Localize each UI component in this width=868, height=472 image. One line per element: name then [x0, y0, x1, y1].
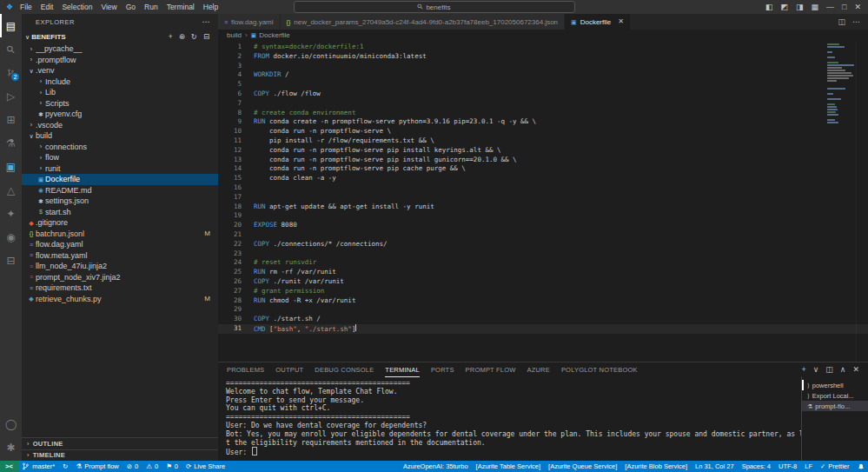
code-line[interactable]: 28RUN chmod -R +x /var/runit [218, 296, 868, 306]
code-line[interactable]: 27# grant permission [218, 287, 868, 296]
new-file-icon[interactable]: + [169, 33, 173, 41]
line-number[interactable]: 16 [218, 183, 242, 193]
code-line[interactable]: 9RUN conda create -n promptflow-serve py… [218, 117, 868, 127]
maximize-panel-icon[interactable]: ∧ [840, 366, 846, 374]
tree-item-build[interactable]: ∨build [22, 130, 218, 142]
close-tab-icon[interactable]: ✕ [618, 18, 624, 25]
line-number[interactable]: 30 [218, 315, 242, 324]
split-editor-icon[interactable]: ◫ [838, 18, 845, 26]
status-live-share[interactable]: ⟳Live Share [182, 461, 229, 472]
status-warnings[interactable]: ⚠0 [142, 461, 162, 472]
new-folder-icon[interactable]: ⊕ [179, 33, 185, 41]
editor-scrollbar[interactable] [856, 41, 868, 362]
line-number[interactable]: 15 [218, 174, 242, 183]
line-number[interactable]: 31 [218, 324, 242, 334]
split-terminal-icon[interactable]: ◫ [825, 366, 833, 374]
activitybar-prompt-flow[interactable]: ✦ [0, 202, 22, 225]
tree-item-pycache[interactable]: ›__pycache__ [22, 43, 218, 55]
status-eol[interactable]: LF [801, 461, 817, 472]
code-line[interactable]: 30COPY ./start.sh / [218, 315, 868, 324]
line-number[interactable]: 8 [218, 109, 242, 118]
code-line[interactable]: 17 [218, 193, 868, 203]
status-errors[interactable]: ⊘0 [123, 461, 142, 472]
line-number[interactable]: 10 [218, 127, 242, 136]
activitybar-settings[interactable]: ✱ [0, 435, 22, 459]
code-line[interactable]: 19 [218, 211, 868, 221]
toggle-secondary-sidebar-icon[interactable]: ◨ [796, 3, 804, 11]
status-azure-openai[interactable]: AzureOpenAI: 35turbo [399, 461, 472, 472]
code-line[interactable]: 22COPY ./connections/* /connections/ [218, 240, 868, 249]
panel-tab-terminal[interactable]: TERMINAL [385, 362, 420, 377]
status-azurite-queue-service[interactable]: [Azurite Queue Service] [545, 461, 621, 472]
code-line[interactable]: 14 conda run -n promptflow-serve pip cac… [218, 164, 868, 174]
refresh-icon[interactable]: ↻ [191, 33, 197, 41]
tree-item-flow-dag-yaml[interactable]: ≡flow.dag.yaml [22, 239, 218, 250]
line-number[interactable]: 23 [218, 249, 242, 259]
sidebar-section-outline[interactable]: ›OUTLINE [22, 437, 218, 449]
code-line[interactable]: 26COPY ./runit /var/runit [218, 277, 868, 287]
activitybar-run-and-debug[interactable]: ▷ [0, 84, 22, 108]
line-number[interactable]: 3 [218, 62, 242, 71]
tree-item-runit[interactable]: ›runit [22, 163, 218, 175]
code-line[interactable]: 5 [218, 80, 868, 90]
more-actions-icon[interactable]: ⋯ [852, 18, 860, 26]
code-line[interactable]: 13 conda run -n promptflow-serve pip ins… [218, 156, 868, 165]
code-line[interactable]: 3 [218, 62, 868, 71]
code-editor[interactable]: 1# syntax=docker/dockerfile:12FROM docke… [218, 41, 868, 362]
code-line[interactable]: 2FROM docker.io/continuumio/miniconda3:l… [218, 52, 868, 62]
tab-dockerfile[interactable]: ▣Dockerfile✕ [565, 14, 631, 30]
terminal-output[interactable]: ========================================… [218, 376, 801, 461]
status-azurite-blob-service[interactable]: [Azurite Blob Service] [621, 461, 692, 472]
tree-item-connections[interactable]: ›connections [22, 142, 218, 153]
code-line[interactable]: 10 conda run -n promptflow-serve \ [218, 127, 868, 136]
activitybar-search[interactable]: ⚲ [0, 37, 22, 61]
line-number[interactable]: 12 [218, 146, 242, 156]
tree-item-scripts[interactable]: ›Scripts [22, 98, 218, 110]
tree-item-llm-node-47iu-jinja2[interactable]: ≡llm_node_47iu.jinja2 [22, 261, 218, 272]
status-ports[interactable]: ⚑0 [162, 461, 182, 472]
status-notifications[interactable] [853, 461, 868, 472]
tree-item-start-sh[interactable]: $start.sh [22, 207, 218, 218]
panel-tab-problems[interactable]: PROBLEMS [227, 362, 264, 377]
line-number[interactable]: 14 [218, 164, 242, 174]
panel-tab-prompt-flow[interactable]: PROMPT FLOW [466, 362, 516, 377]
activitybar-testing[interactable]: ⚗ [0, 131, 22, 155]
status-sync[interactable]: ↻ [59, 461, 72, 472]
close-icon[interactable]: ✕ [854, 3, 861, 11]
maximize-icon[interactable]: □ [842, 3, 846, 11]
line-number[interactable]: 29 [218, 305, 242, 315]
tree-item-pyvenv-cfg[interactable]: ✱pyvenv.cfg [22, 109, 218, 120]
line-number[interactable]: 1 [218, 43, 242, 52]
line-number[interactable]: 27 [218, 287, 242, 296]
line-number[interactable]: 19 [218, 211, 242, 221]
minimize-icon[interactable]: — [826, 3, 834, 11]
line-number[interactable]: 18 [218, 203, 242, 212]
code-line[interactable]: 23 [218, 249, 868, 259]
toggle-panel-icon[interactable]: ◩ [780, 3, 788, 11]
tree-item-flow-meta-yaml[interactable]: ≡flow.meta.yaml [22, 250, 218, 262]
tab-flow-dag-yaml[interactable]: ≡flow.dag.yaml [218, 14, 281, 30]
line-number[interactable]: 22 [218, 240, 242, 249]
line-number[interactable]: 20 [218, 221, 242, 230]
customize-layout-icon[interactable]: ▦ [812, 3, 819, 11]
menu-help[interactable]: Help [199, 3, 222, 11]
tree-item-settings-json[interactable]: ✱settings.json [22, 196, 218, 207]
code-line[interactable]: 11 pip install -r /flow/requirements.txt… [218, 136, 868, 146]
tree-item-venv[interactable]: ∨.venv [22, 65, 218, 76]
terminal-dropdown-icon[interactable]: ∨ [813, 366, 819, 374]
menu-file[interactable]: File [16, 3, 36, 11]
tree-item-flow[interactable]: ›flow [22, 152, 218, 163]
panel-tab-ports[interactable]: PORTS [431, 362, 454, 377]
minimap[interactable] [827, 43, 856, 124]
line-number[interactable]: 2 [218, 52, 242, 62]
sidebar-section-timeline[interactable]: ›TIMELINE [22, 449, 218, 462]
panel-tab-azure[interactable]: AZURE [527, 362, 550, 377]
activitybar-remote-explorer[interactable]: ⊟ [0, 249, 22, 272]
tree-item-gitignore[interactable]: ◆.gitignore [22, 217, 218, 229]
menu-run[interactable]: Run [140, 3, 162, 11]
activitybar-source-control[interactable]: 2 [0, 61, 22, 84]
line-number[interactable]: 9 [218, 117, 242, 127]
status-prettier[interactable]: ✓Prettier [817, 461, 853, 472]
terminal-item-prompt-flo[interactable]: ⚗prompt-flo... [802, 401, 868, 411]
tab-new-docker-params-27049a5d-c24f-4ad4-9fd0-a2b37fa78eeb-1702050672364-json[interactable]: {}new_docker_params_27049a5d-c24f-4ad4-9… [281, 14, 566, 30]
